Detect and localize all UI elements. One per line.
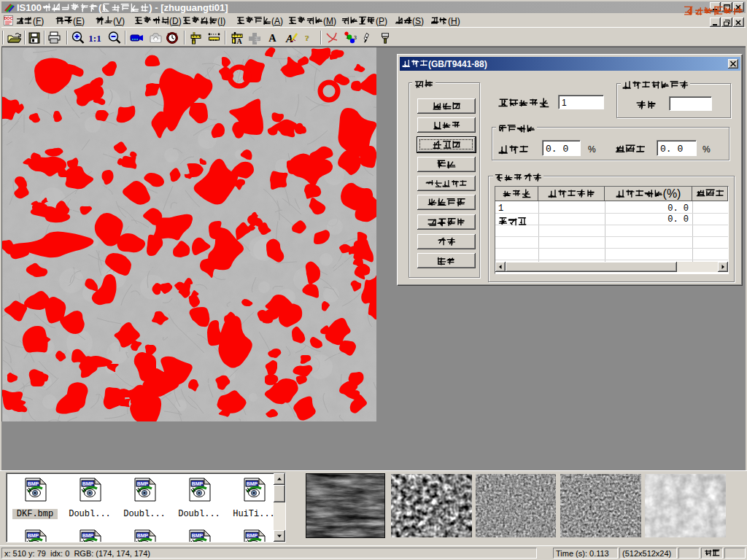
svg-text:1:1: 1:1 xyxy=(88,33,101,44)
svg-text:BMP: BMP xyxy=(137,533,149,538)
svg-text:3: 3 xyxy=(354,35,357,40)
svg-text:BMP: BMP xyxy=(82,533,94,538)
svg-text:BMP: BMP xyxy=(192,533,204,538)
svg-text:BMP: BMP xyxy=(28,533,39,538)
svg-text:BMP: BMP xyxy=(192,481,204,486)
svg-text:?: ? xyxy=(305,34,309,42)
svg-text:BMP: BMP xyxy=(247,481,258,486)
svg-text:A: A xyxy=(236,37,242,45)
svg-text:DOC: DOC xyxy=(4,16,12,20)
svg-text:BMP: BMP xyxy=(247,533,258,538)
svg-text:BMP: BMP xyxy=(28,481,39,486)
svg-text:A: A xyxy=(268,32,276,44)
svg-text:A: A xyxy=(285,33,293,44)
svg-text:1: 1 xyxy=(346,34,349,39)
svg-text:BMP: BMP xyxy=(137,481,149,486)
svg-text:BMP: BMP xyxy=(82,481,94,486)
